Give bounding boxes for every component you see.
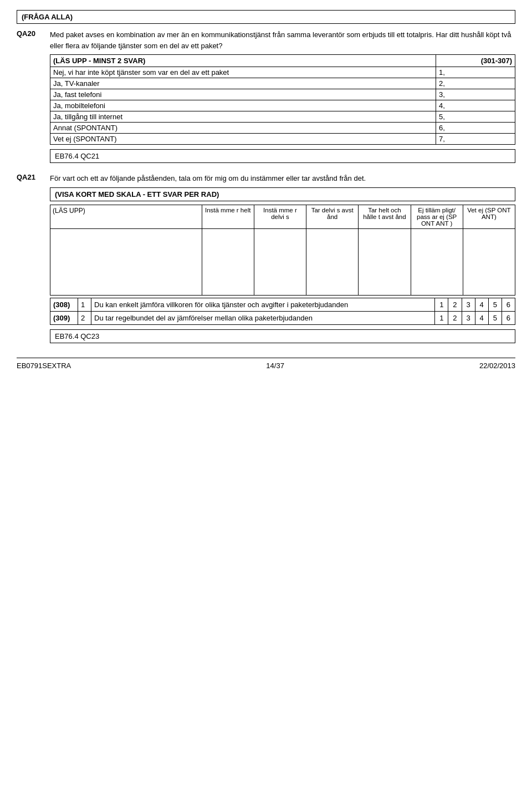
qa20-answer-val-5: 6, <box>436 123 515 134</box>
qa20-answer-label-1: Ja, TV-kanaler <box>50 78 436 89</box>
qa21-instruction: (VISA KORT MED SKALA - ETT SVAR PER RAD) <box>50 187 515 201</box>
qa21-row1-code: (308) <box>50 298 78 311</box>
qa21-row2-num: 2 <box>78 311 91 324</box>
qa20-answer-label-6: Vet ej (SPONTANT) <box>50 134 436 145</box>
qa20-answer-label-4: Ja, tillgång till internet <box>50 111 436 123</box>
qa20-answer-val-4: 5, <box>436 111 515 123</box>
qa20-answer-val-6: 7, <box>436 134 515 145</box>
qa21-row2-val1: 1 <box>435 311 448 324</box>
qa20-answer-row-5: Annat (SPONTANT) 6, <box>50 123 515 134</box>
qa20-content: Med paket avses en kombination av mer än… <box>50 29 515 167</box>
qa20-answer-row-6: Vet ej (SPONTANT) 7, <box>50 134 515 145</box>
qa21-row1-text: Du kan enkelt jämföra villkoren för olik… <box>91 298 435 311</box>
footer-left: EB0791SEXTRA <box>17 362 71 370</box>
qa20-code-text: (301-307) <box>481 57 512 65</box>
qa21-row1-val2: 2 <box>448 298 462 311</box>
qa21-row1-val4: 4 <box>475 298 488 311</box>
qa20-answer-label-0: Nej, vi har inte köpt tjänster som var e… <box>50 67 436 78</box>
qa20-answer-row-0: Nej, vi har inte köpt tjänster som var e… <box>50 67 515 78</box>
qa20-answer-val-1: 2, <box>436 78 515 89</box>
scale-empty-6 <box>463 228 515 295</box>
scale-empty-3 <box>306 228 359 295</box>
qa20-answer-val-3: 4, <box>436 100 515 111</box>
qa20-label: QA20 <box>17 29 50 167</box>
qa20-section: QA20 Med paket avses en kombination av m… <box>17 29 515 167</box>
qa21-scale-table: (LÄS UPP) Instä mme r helt Instä mme r d… <box>50 205 515 296</box>
qa21-row1-val6: 6 <box>502 298 515 311</box>
qa21-row1-val1: 1 <box>435 298 448 311</box>
qa20-answer-label-5: Annat (SPONTANT) <box>50 123 436 134</box>
qa20-answer-label-2: Ja, fast telefoni <box>50 89 436 100</box>
footer-center: 14/37 <box>266 362 284 370</box>
qa21-row1-num: 1 <box>78 298 91 311</box>
qa21-row2-val6: 6 <box>502 311 515 324</box>
qa20-code-range: (301-307) <box>436 55 515 67</box>
qa21-eb-label: EB76.4 QC23 <box>50 329 515 343</box>
qa21-row2-val2: 2 <box>448 311 462 324</box>
qa20-answer-row-1: Ja, TV-kanaler 2, <box>50 78 515 89</box>
scale-empty-4 <box>359 228 411 295</box>
qa21-description: För vart och ett av följande påståenden,… <box>50 173 515 184</box>
qa21-label: QA21 <box>17 173 50 348</box>
scale-col3-header: Tar delvi s avst ånd <box>306 205 359 228</box>
qa21-row2-text: Du tar regelbundet del av jämförelser me… <box>91 311 435 324</box>
qa21-row1-val5: 5 <box>488 298 502 311</box>
scale-empty-1 <box>202 228 254 295</box>
qa20-description: Med paket avses en kombination av mer än… <box>50 29 515 51</box>
qa21-row-2: (309) 2 Du tar regelbundet del av jämför… <box>50 311 515 324</box>
qa21-section: QA21 För vart och ett av följande påståe… <box>17 173 515 348</box>
qa21-row-1: (308) 1 Du kan enkelt jämföra villkoren … <box>50 298 515 311</box>
read-label-text: (LÄS UPP) <box>53 207 85 215</box>
qa20-instruction: (LÄS UPP - MINST 2 SVAR) <box>50 55 436 67</box>
scale-empty-5 <box>411 228 463 295</box>
qa20-instruction-text: (LÄS UPP - MINST 2 SVAR) <box>53 57 145 65</box>
scale-col2-header: Instä mme r delvi s <box>254 205 306 228</box>
fraga-alla-header: (FRÅGA ALLA) <box>17 10 515 24</box>
qa21-row2-code: (309) <box>50 311 78 324</box>
scale-col4-header: Tar helt och hålle t avst ånd <box>359 205 411 228</box>
scale-read-header: (LÄS UPP) <box>50 205 202 228</box>
qa21-rows-table: (308) 1 Du kan enkelt jämföra villkoren … <box>50 298 515 325</box>
qa21-row2-val5: 5 <box>488 311 502 324</box>
qa20-answer-val-0: 1, <box>436 67 515 78</box>
scale-empty-row <box>50 228 515 295</box>
qa20-answer-label-3: Ja, mobiltelefoni <box>50 100 436 111</box>
qa21-row1-val3: 3 <box>462 298 475 311</box>
qa20-answers-table: (LÄS UPP - MINST 2 SVAR) (301-307) Nej, … <box>50 54 515 145</box>
qa20-answer-val-2: 3, <box>436 89 515 100</box>
fraga-alla-text: (FRÅGA ALLA) <box>22 13 73 21</box>
scale-col6-header: Vet ej (SP ONT ANT) <box>463 205 515 228</box>
scale-empty-desc <box>50 228 202 295</box>
qa20-eb-label: EB76.4 QC21 <box>50 149 515 163</box>
qa21-row2-val3: 3 <box>462 311 475 324</box>
qa20-instruction-row: (LÄS UPP - MINST 2 SVAR) (301-307) <box>50 55 515 67</box>
footer: EB0791SEXTRA 14/37 22/02/2013 <box>17 358 515 370</box>
qa21-content: För vart och ett av följande påståenden,… <box>50 173 515 348</box>
scale-empty-2 <box>254 228 306 295</box>
qa20-answer-row-2: Ja, fast telefoni 3, <box>50 89 515 100</box>
scale-col5-header: Ej tilläm pligt/ pass ar ej (SP ONT ANT … <box>411 205 463 228</box>
qa20-answer-row-3: Ja, mobiltelefoni 4, <box>50 100 515 111</box>
qa20-answer-row-4: Ja, tillgång till internet 5, <box>50 111 515 123</box>
scale-header-row: (LÄS UPP) Instä mme r helt Instä mme r d… <box>50 205 515 228</box>
footer-right: 22/02/2013 <box>479 362 515 370</box>
qa21-row2-val4: 4 <box>475 311 488 324</box>
scale-col1-header: Instä mme r helt <box>202 205 254 228</box>
